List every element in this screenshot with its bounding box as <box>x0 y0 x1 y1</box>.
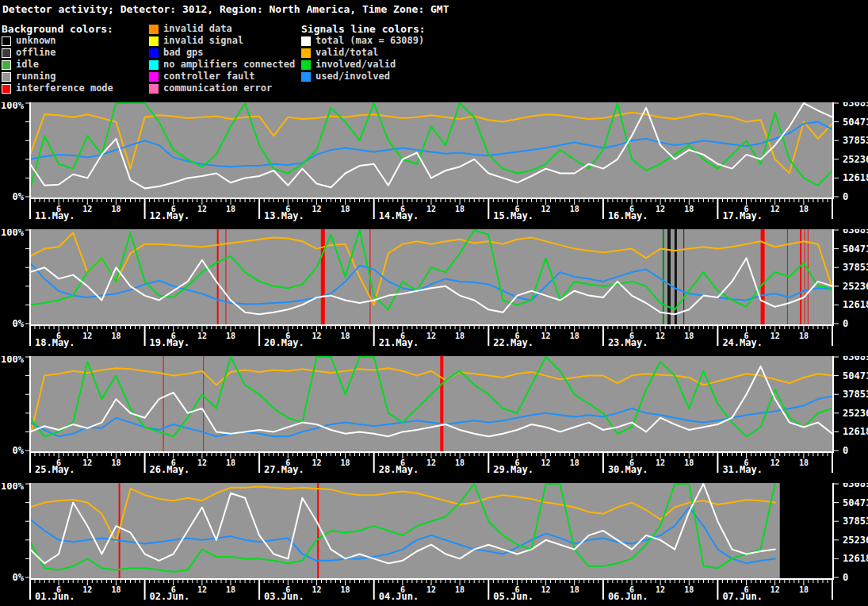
hour-tick-label: 12 <box>82 332 92 340</box>
hour-tick <box>517 199 518 205</box>
hour-tick <box>484 326 484 329</box>
legend-item-label: communication error <box>163 82 272 94</box>
day-boundary-line <box>258 198 260 219</box>
hour-tick <box>460 326 461 332</box>
hour-tick <box>250 199 250 202</box>
event-marker <box>667 229 671 324</box>
hour-tick <box>503 199 503 202</box>
right-axis-tick-label: 25236 <box>843 535 868 546</box>
hour-tick <box>808 326 809 329</box>
hour-tick <box>713 199 713 202</box>
left-axis-line <box>29 229 31 324</box>
hour-tick <box>240 326 241 329</box>
right-axis-tick <box>834 121 839 122</box>
right-axis-tick-label: 37853 <box>843 135 868 146</box>
hour-tick <box>493 326 494 329</box>
hour-tick <box>646 580 647 583</box>
color-swatch-icon <box>2 84 11 94</box>
hour-tick <box>201 453 202 458</box>
event-marker <box>317 483 319 578</box>
hour-tick <box>579 453 579 456</box>
hour-tick <box>135 453 136 456</box>
hour-tick <box>302 580 303 583</box>
hour-tick <box>574 453 575 458</box>
date-label: 06.Jun. <box>608 591 648 602</box>
hour-tick <box>550 199 551 202</box>
legend-signal-items: total (max = 63089)valid/totalinvolved/v… <box>301 35 426 82</box>
hour-tick <box>59 453 59 458</box>
day-boundary-line <box>602 324 604 346</box>
hour-tick <box>206 453 207 456</box>
hour-tick <box>641 580 642 583</box>
hour-tick <box>817 199 818 202</box>
hour-tick <box>441 580 442 583</box>
hour-tick <box>245 326 246 329</box>
hour-tick <box>503 326 503 329</box>
x-axis-line <box>29 578 834 580</box>
hour-tick <box>206 199 207 202</box>
hour-tick <box>359 580 360 583</box>
hour-tick <box>273 326 274 329</box>
hour-tick <box>388 199 388 202</box>
hour-tick <box>392 199 393 202</box>
hour-tick <box>312 580 312 583</box>
hour-tick <box>612 453 613 456</box>
y-axis-top-label: 100% <box>1 483 25 492</box>
hour-tick <box>173 326 174 332</box>
hour-tick <box>283 580 284 583</box>
hour-tick <box>751 199 751 202</box>
hour-tick <box>316 453 317 458</box>
hour-tick <box>87 453 88 458</box>
hour-tick <box>632 580 633 585</box>
hour-tick <box>383 580 384 583</box>
hour-tick <box>793 199 794 202</box>
color-swatch-icon <box>2 48 11 58</box>
hour-tick <box>326 580 327 583</box>
hour-tick <box>593 580 594 583</box>
hour-tick <box>684 580 685 583</box>
hour-tick <box>154 453 155 456</box>
hour-tick-label: 12 <box>541 205 551 213</box>
hour-tick <box>808 453 809 456</box>
legend-signal-colors: Signals line colors: total (max = 63089)… <box>301 23 426 82</box>
hour-tick <box>101 453 102 456</box>
hour-tick <box>159 326 159 329</box>
hour-tick <box>755 199 756 202</box>
hour-tick <box>555 326 556 329</box>
legend-signal-valid-total: valid/total <box>301 47 426 59</box>
x-axis-line <box>29 324 834 326</box>
hour-tick <box>302 453 303 456</box>
hour-tick <box>422 326 423 329</box>
hour-tick <box>402 580 403 585</box>
hour-tick <box>436 199 437 202</box>
right-axis-tick-label: 63089 <box>843 483 868 489</box>
hour-tick <box>703 453 704 456</box>
hour-tick <box>651 326 652 329</box>
hour-tick <box>163 580 164 583</box>
color-swatch-icon <box>149 84 159 94</box>
hour-tick <box>116 199 117 205</box>
hour-tick <box>436 326 437 329</box>
hour-tick <box>703 326 704 329</box>
hour-tick <box>397 326 398 329</box>
hour-tick <box>340 453 341 456</box>
hour-tick-label: 12 <box>312 205 321 213</box>
hour-tick <box>140 326 140 329</box>
hour-tick <box>517 326 518 332</box>
hour-tick <box>221 580 222 583</box>
left-axis-tick <box>25 394 29 395</box>
hour-tick <box>326 453 327 456</box>
hour-tick <box>498 453 499 456</box>
hour-tick <box>789 326 790 329</box>
hour-tick <box>383 453 384 456</box>
hour-tick <box>407 326 407 329</box>
hour-tick <box>411 326 412 329</box>
day-boundary-line <box>488 324 489 346</box>
hour-tick <box>607 199 608 202</box>
legend-status-no-amplifiers-connected: no amplifiers connected <box>149 59 295 71</box>
hour-tick <box>445 453 446 456</box>
hour-tick-label: 12 <box>197 585 207 594</box>
hour-tick <box>622 580 623 583</box>
date-label: 07.Jun. <box>722 591 763 602</box>
hour-tick <box>87 326 88 332</box>
